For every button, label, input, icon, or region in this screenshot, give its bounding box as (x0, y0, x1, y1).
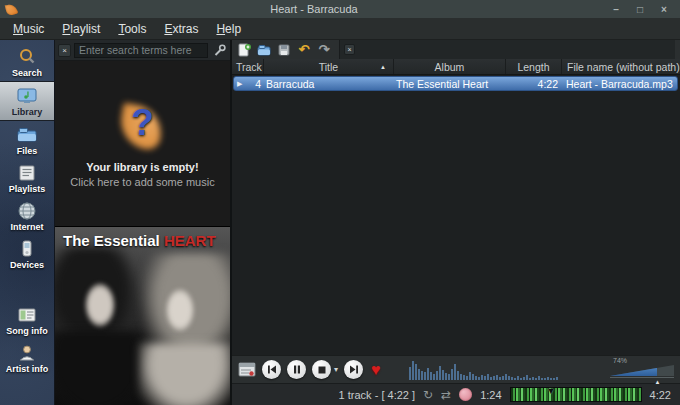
magnifier-icon (15, 47, 39, 67)
undo-icon: ↶ (299, 44, 310, 56)
menu-tools[interactable]: Tools (109, 20, 155, 38)
sidebar-item-playlists[interactable]: Playlists (0, 159, 54, 197)
stop-icon (318, 366, 326, 374)
volume-percent-label: 74% (613, 357, 627, 364)
volume-wedge (610, 365, 674, 376)
status-bar: 1 track - [ 4:22 ] ↻ ⇄ 1:24 ▼ 4:22 (232, 383, 680, 405)
total-time: 4:22 (650, 389, 671, 401)
playlist-options-button[interactable] (238, 362, 256, 377)
title-bar: Heart - Barracuda – □ × (0, 0, 680, 18)
library-empty-subtitle: Click here to add some music (70, 176, 214, 188)
title-cell: Barracuda (264, 78, 394, 90)
library-panel: × ? Your library is empty! Click here to… (55, 40, 232, 405)
library-empty-state[interactable]: ? Your library is empty! Click here to a… (55, 61, 230, 227)
menu-help[interactable]: Help (207, 20, 250, 38)
volume-slider[interactable]: 74% ▲ (610, 357, 674, 382)
library-icon (15, 86, 39, 106)
open-playlist-button[interactable] (257, 43, 271, 57)
track-summary: 1 track - [ 4:22 ] (339, 389, 415, 401)
elapsed-time: 1:24 (480, 389, 501, 401)
minimize-button[interactable]: – (604, 4, 628, 15)
filename-cell: Heart - Barracuda.mp3 (562, 78, 677, 90)
menu-bar: Music Playlist Tools Extras Help (0, 18, 680, 40)
sidebar-item-files[interactable]: Files (0, 121, 54, 159)
sidebar-item-artist-info[interactable]: Artist info (0, 339, 54, 377)
search-settings-button[interactable] (211, 43, 227, 58)
stop-button[interactable] (312, 360, 331, 379)
pause-icon (293, 365, 301, 374)
repeat-button[interactable]: ↻ (423, 389, 433, 401)
sidebar-item-search[interactable]: Search (0, 43, 54, 81)
sidebar-item-internet[interactable]: Internet (0, 197, 54, 235)
globe-icon (15, 201, 39, 221)
library-empty-title: Your library is empty! (86, 161, 198, 173)
volume-fill (610, 365, 657, 376)
sidebar-item-devices[interactable]: Devices (0, 235, 54, 273)
sidebar-item-label: Search (12, 68, 42, 78)
menu-music[interactable]: Music (4, 20, 53, 38)
sidebar-item-label: Artist info (6, 364, 49, 374)
search-input[interactable] (74, 43, 208, 58)
sidebar-item-label: Internet (10, 222, 43, 232)
tab-close-button[interactable]: × (344, 44, 355, 55)
playlists-icon (15, 163, 39, 183)
volume-marker-icon: ▲ (654, 379, 660, 385)
library-search-bar: × (55, 40, 230, 61)
undo-button[interactable]: ↶ (297, 43, 311, 57)
device-icon (15, 239, 39, 259)
playlist-tab-bar: × (339, 40, 675, 59)
close-button[interactable]: × (652, 4, 676, 15)
pause-button[interactable] (287, 360, 306, 379)
playlist-toolbar: ↶ ↷ × (232, 40, 680, 59)
shuffle-button[interactable]: ⇄ (441, 389, 451, 401)
sidebar-item-label: Song info (6, 326, 48, 336)
length-cell: 4:22 (506, 78, 562, 90)
clementine-question-icon: ? (114, 100, 172, 152)
next-button[interactable] (344, 360, 363, 379)
new-playlist-icon (238, 43, 251, 57)
column-filename[interactable]: File name (without path) (562, 59, 680, 74)
column-track[interactable]: Track (232, 59, 264, 74)
love-track-button[interactable]: ♥ (371, 362, 381, 378)
sidebar-item-label: Playlists (9, 184, 46, 194)
playlist-panel-icon (238, 362, 256, 377)
column-album[interactable]: Album (394, 59, 506, 74)
column-title[interactable]: Title▲ (264, 59, 394, 74)
scrobble-toggle-icon[interactable] (459, 388, 472, 401)
previous-button[interactable] (262, 360, 281, 379)
playlist-header: Track Title▲ Album Length File name (wit… (232, 59, 680, 75)
menu-playlist[interactable]: Playlist (53, 20, 109, 38)
sidebar: Search Library Files Playlists (0, 40, 55, 405)
player-bar: ▾ ♥ 74% ▲ (232, 355, 680, 383)
playlist-body: ▶4 Barracuda The Essential Heart 4:22 He… (232, 75, 680, 355)
artist-info-icon (15, 343, 39, 363)
save-playlist-button[interactable] (277, 43, 291, 57)
track-cell: ▶4 (234, 78, 264, 90)
menu-extras[interactable]: Extras (155, 20, 207, 38)
stop-after-dropdown[interactable]: ▾ (334, 365, 338, 374)
playlist-row[interactable]: ▶4 Barracuda The Essential Heart 4:22 He… (233, 76, 678, 91)
maximize-button[interactable]: □ (628, 4, 652, 15)
column-length[interactable]: Length (506, 59, 562, 74)
folder-icon (15, 125, 39, 145)
open-folder-icon (257, 44, 271, 56)
album-cell: The Essential Heart (394, 78, 506, 90)
save-disk-icon (278, 44, 290, 56)
sidebar-item-label: Devices (10, 260, 44, 270)
album-art: The Essential HEART (55, 227, 230, 405)
redo-button[interactable]: ↷ (317, 43, 331, 57)
clear-search-button[interactable]: × (58, 44, 71, 57)
spectrum-analyzer (409, 358, 602, 380)
previous-icon (267, 365, 277, 374)
seek-bar[interactable]: ▼ (510, 387, 642, 402)
new-playlist-button[interactable] (237, 43, 251, 57)
sidebar-item-label: Library (12, 107, 43, 117)
playlist-panel: ↶ ↷ × Track Title▲ Album Length File nam… (232, 40, 680, 405)
window-title: Heart - Barracuda (24, 3, 604, 15)
sort-ascending-icon: ▲ (380, 64, 386, 70)
album-art-title: The Essential HEART (63, 232, 216, 249)
seek-marker: ▼ (546, 386, 555, 396)
sidebar-item-song-info[interactable]: Song info (0, 301, 54, 339)
sidebar-item-library[interactable]: Library (0, 81, 54, 121)
app-window: Heart - Barracuda – □ × Music Playlist T… (0, 0, 680, 405)
